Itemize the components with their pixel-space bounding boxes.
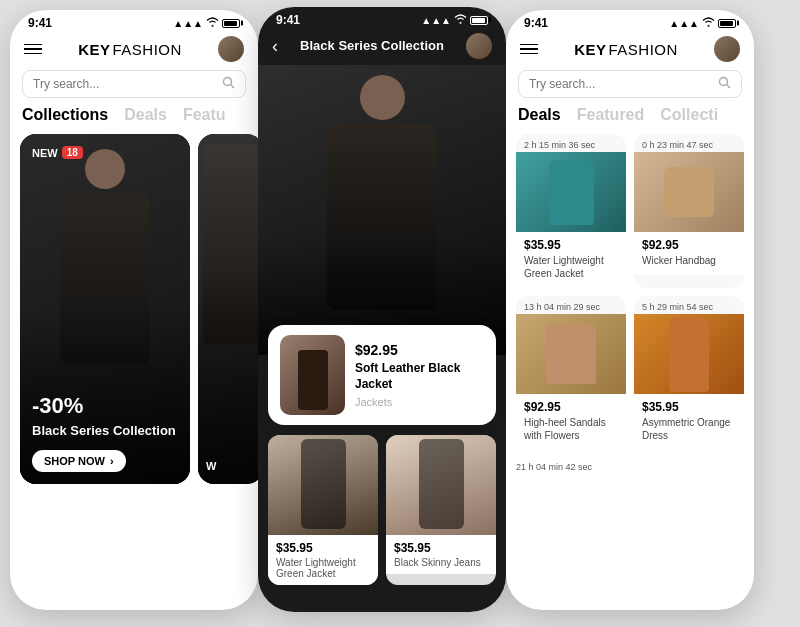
bag-shape [664, 167, 714, 217]
center-header: ‹ Black Series Collection [258, 29, 506, 65]
shop-now-button[interactable]: SHOP NOW › [32, 450, 126, 472]
page-title-center: Black Series Collection [300, 38, 444, 55]
status-icons-left: ▲▲▲ [173, 17, 240, 29]
deal-price-1: $35.95 [524, 238, 618, 252]
tab-featured-left[interactable]: Featu [183, 106, 226, 126]
header-right: KEYFASHION [506, 32, 754, 68]
svg-point-0 [224, 78, 232, 86]
grid-price-2: $35.95 [394, 541, 488, 555]
wifi-icon [206, 17, 219, 29]
back-button[interactable]: ‹ [272, 36, 278, 57]
time-center: 9:41 [276, 13, 300, 27]
logo-key-right: KEY [574, 41, 606, 58]
deal-card-2[interactable]: 0 h 23 min 47 sec $92.95 Wicker Handbag [634, 134, 744, 288]
collection-card-main[interactable]: NEW 18 -30% Black Series Collection SHOP… [20, 134, 190, 484]
deal-price-3: $92.95 [524, 400, 618, 414]
hamburger-menu-right[interactable] [520, 44, 538, 55]
deal-info-3: $92.95 High-heel Sandals with Flowers [516, 394, 626, 450]
status-icons-right: ▲▲▲ [669, 17, 736, 29]
bottom-timer: 21 h 04 min 42 sec [516, 458, 744, 476]
grid-label-2: $35.95 Black Skinny Jeans [386, 535, 496, 574]
signal-icon: ▲▲▲ [173, 18, 203, 29]
collections-area: NEW 18 -30% Black Series Collection SHOP… [10, 134, 258, 484]
wifi-icon-right [702, 17, 715, 29]
card-badge: NEW 18 [32, 146, 83, 159]
tab-deals-right[interactable]: Deals [518, 106, 561, 126]
search-input-right[interactable] [529, 77, 712, 91]
center-bg: 9:41 ▲▲▲ ‹ Black Series Collection [258, 7, 506, 612]
deal-img-sandals [516, 314, 626, 394]
user-avatar-center[interactable] [466, 33, 492, 59]
grid-item-2[interactable]: $35.95 Black Skinny Jeans [386, 435, 496, 585]
center-phone: 9:41 ▲▲▲ ‹ Black Series Collection [258, 7, 506, 612]
deal-img-bag [634, 152, 744, 232]
tab-featured-right[interactable]: Featured [577, 106, 645, 126]
deals-grid: 2 h 15 min 36 sec $35.95 Water Lightweig… [516, 134, 744, 450]
battery-icon-left [222, 19, 240, 28]
grid-price-1: $35.95 [276, 541, 370, 555]
product-category: Jackets [355, 396, 484, 408]
signal-icon-right: ▲▲▲ [669, 18, 699, 29]
avatar-image-right [714, 36, 740, 62]
left-phone: 9:41 ▲▲▲ KEYFASHION [10, 10, 258, 610]
battery-icon-center [470, 16, 488, 25]
deal-price-2: $92.95 [642, 238, 736, 252]
deal-name-3: High-heel Sandals with Flowers [524, 416, 618, 442]
deal-card-3[interactable]: 13 h 04 min 29 sec $92.95 High-heel Sand… [516, 296, 626, 450]
battery-icon-right [718, 19, 736, 28]
wifi-icon-center [454, 14, 467, 26]
arrow-icon: › [110, 455, 114, 467]
search-icon-right [718, 76, 731, 92]
hoodie-shape [549, 160, 594, 225]
logo-key: KEY [78, 41, 110, 58]
user-avatar-left[interactable] [218, 36, 244, 62]
product-popup-card[interactable]: $92.95 Soft Leather Black Jacket Jackets [268, 325, 496, 425]
hamburger-menu[interactable] [24, 44, 42, 55]
logo-fashion-right: FASHION [608, 41, 677, 58]
status-bar-center: 9:41 ▲▲▲ [258, 7, 506, 29]
deal-price-4: $35.95 [642, 400, 736, 414]
grid-item-1[interactable]: $35.95 Water Lightweight Green Jacket [268, 435, 378, 585]
tab-deals-left[interactable]: Deals [124, 106, 167, 126]
deal-card-1[interactable]: 2 h 15 min 36 sec $35.95 Water Lightweig… [516, 134, 626, 288]
product-grid-center: $35.95 Water Lightweight Green Jacket $3… [258, 425, 506, 585]
badge-number: 18 [62, 146, 83, 159]
search-input-left[interactable] [33, 77, 216, 91]
status-bar-right: 9:41 ▲▲▲ [506, 10, 754, 32]
tab-collections[interactable]: Collections [22, 106, 108, 126]
avatar-image [218, 36, 244, 62]
deal-name-2: Wicker Handbag [642, 254, 736, 267]
product-info: $92.95 Soft Leather Black Jacket Jackets [355, 342, 484, 407]
search-bar-right[interactable] [518, 70, 742, 98]
svg-point-2 [720, 78, 728, 86]
user-avatar-right[interactable] [714, 36, 740, 62]
deal-name-1: Water Lightweight Green Jacket [524, 254, 618, 280]
deal-timer-1: 2 h 15 min 36 sec [516, 134, 626, 152]
product-price-center: $92.95 [355, 342, 484, 358]
signal-icon-center: ▲▲▲ [421, 15, 451, 26]
small-card-label: W [206, 460, 216, 472]
grid-title-2: Black Skinny Jeans [394, 557, 488, 568]
sandals-shape [546, 324, 596, 384]
card-bottom: -30% Black Series Collection SHOP NOW › [20, 381, 190, 484]
deal-img-dress [634, 314, 744, 394]
tab-collect-right[interactable]: Collecti [660, 106, 718, 126]
svg-line-3 [727, 85, 731, 89]
deal-card-4[interactable]: 5 h 29 min 54 sec $35.95 Asymmetric Oran… [634, 296, 744, 450]
search-bar-left[interactable] [22, 70, 246, 98]
grid-label-1: $35.95 Water Lightweight Green Jacket [268, 535, 378, 585]
logo-fashion: FASHION [112, 41, 181, 58]
status-icons-center: ▲▲▲ [421, 14, 488, 26]
time-left: 9:41 [28, 16, 52, 30]
shop-now-label: SHOP NOW [44, 455, 105, 467]
svg-line-1 [231, 85, 235, 89]
deal-name-4: Asymmetric Orange Dress [642, 416, 736, 442]
card-title-left: Black Series Collection [32, 423, 178, 440]
card-discount: -30% [32, 393, 178, 419]
dress-shape [669, 317, 709, 392]
badge-new-text: NEW [32, 147, 58, 159]
deal-timer-3: 13 h 04 min 29 sec [516, 296, 626, 314]
collection-card-small[interactable]: W [198, 134, 258, 484]
deals-area: 2 h 15 min 36 sec $35.95 Water Lightweig… [506, 134, 754, 476]
tabs-right: Deals Featured Collecti [506, 106, 754, 126]
